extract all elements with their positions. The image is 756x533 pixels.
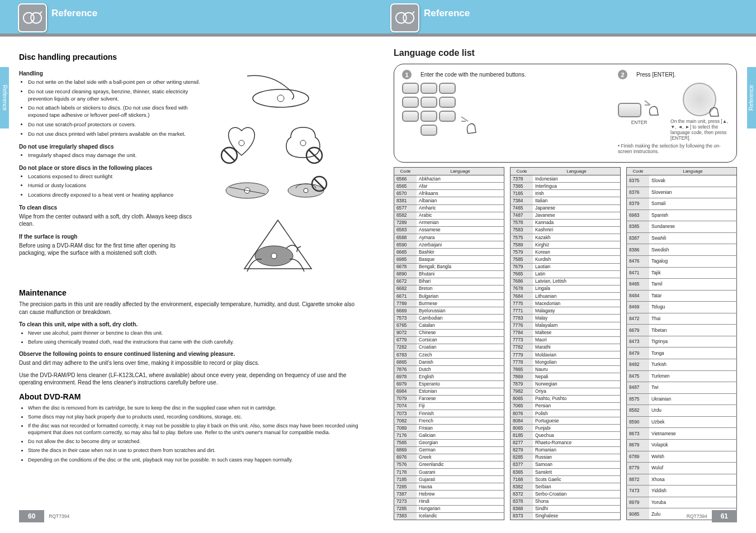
table-row: 7589Kirghiz xyxy=(511,241,621,249)
table-row: 6865Danish xyxy=(394,359,504,366)
table-row: 7678Lingala xyxy=(511,285,621,292)
table-row: 8185Quechua xyxy=(511,432,621,439)
table-row: 7165Irish xyxy=(511,190,621,197)
table-row: 6678Bengali; Bangla xyxy=(394,263,504,270)
number-keypad-icon xyxy=(402,83,455,136)
table-row: 7778Mongolian xyxy=(511,359,621,366)
maint-obs-text: Dust and dirt may adhere to the unit's l… xyxy=(19,359,361,367)
table-row: 8482Turkish xyxy=(627,359,737,371)
table-row: 7178Guarani xyxy=(394,469,504,476)
disc-wipe-direction-icon xyxy=(214,171,342,210)
maint-clean-text: Use the DVD-RAM/PD lens cleaner (LF-K123… xyxy=(19,372,361,387)
page-number-right: 61 xyxy=(712,510,737,522)
table-row: 8476Tagalog xyxy=(627,255,737,267)
svg-point-16 xyxy=(304,188,308,193)
lang-list-title: Language code list xyxy=(394,48,737,58)
list-item: Do not write on the label side with a ba… xyxy=(28,79,204,86)
table-row: 8277Rhaeto-Romance xyxy=(511,439,621,446)
footer-ref-left: RQT7394 xyxy=(49,513,69,519)
table-row: 7487Javanese xyxy=(511,212,621,219)
table-row: 8582Urdu xyxy=(627,405,737,417)
table-row: 6985Basque xyxy=(394,256,504,263)
table-row: 6890Bhutani xyxy=(394,270,504,278)
table-row: 7387Hebrew xyxy=(394,491,504,498)
list-item: Do not attach labels or stickers to disc… xyxy=(28,104,204,119)
table-row: 6566Abkhazian xyxy=(394,175,504,183)
table-row: 7365Interlingua xyxy=(511,183,621,190)
table-row: 8084Portuguese xyxy=(511,417,621,425)
list-item: Depending on the conditions of the disc … xyxy=(28,456,361,463)
svg-point-3 xyxy=(253,89,309,107)
table-row: 6565Afar xyxy=(394,183,504,190)
wipe-disc-cloth-icon xyxy=(214,216,342,277)
table-row: 7575Kazakh xyxy=(511,234,621,241)
step-2-alt-text: On the main unit, press [▲, ▼, ◄, ►] to … xyxy=(670,118,729,141)
list-item: Humid or dusty locations xyxy=(28,182,204,189)
table-row: 7782Marathi xyxy=(511,344,621,351)
table-row: 8487Twi xyxy=(627,382,737,394)
table-row: 8379Somali xyxy=(627,198,737,210)
table-row: 7869Nepali xyxy=(511,373,621,380)
table-row: 8076Polish xyxy=(511,410,621,417)
clean-heading: To clean discs xyxy=(19,204,204,211)
table-row: 8386Swedish xyxy=(627,244,737,256)
list-item: Some discs may not play back properly du… xyxy=(28,413,361,420)
list-item: Before using chemically treated cloth, r… xyxy=(28,339,361,345)
step-panel: 1 Enter the code with the numbered butto… xyxy=(394,64,737,163)
table-row: 8279Romanian xyxy=(511,446,621,454)
table-row: 8285Russian xyxy=(511,454,621,461)
table-row: 8575Ukrainian xyxy=(627,393,737,405)
table-row: 7686Latvian, Lettish xyxy=(511,278,621,285)
list-item: Do not allow the disc to become dirty or… xyxy=(28,438,361,445)
reference-icon xyxy=(18,3,47,32)
table-row: 7176Galician xyxy=(394,432,504,439)
place-heading: Do not place or store discs in the follo… xyxy=(19,165,204,171)
footer-left: 60 RQT7394 xyxy=(0,510,378,522)
table-row: 7573Cambodian xyxy=(394,315,504,322)
table-row: 7465Japanese xyxy=(511,204,621,212)
table-row: 7789Burmese xyxy=(394,300,504,307)
table-row: 7865Nauru xyxy=(511,366,621,373)
svg-point-5 xyxy=(239,140,244,146)
maint-cloth-heading: To clean this unit, wipe with a soft, dr… xyxy=(19,321,361,327)
about-list: When the disc is removed from its cartri… xyxy=(19,404,361,463)
table-row: 7082French xyxy=(394,417,504,425)
table-row: 6979Esperanto xyxy=(394,380,504,388)
table-row: 7473Yiddish xyxy=(627,486,737,497)
irregular-disc-prohibited-icon xyxy=(214,121,342,165)
table-row: 6665Bashkir xyxy=(394,249,504,256)
table-row: 7783Malay xyxy=(511,315,621,322)
table-row: 7378Indonesian xyxy=(511,175,621,183)
table-row: 7074Fiji xyxy=(394,402,504,410)
place-list: Locations exposed to direct sunlight Hum… xyxy=(19,173,204,199)
svg-point-8 xyxy=(300,140,306,146)
table-row: 6978English xyxy=(394,373,504,380)
header-bar-left: Reference xyxy=(0,0,378,34)
list-item: Do not use record cleaning sprays, benzi… xyxy=(28,88,204,103)
table-row: 8365Sanskrit xyxy=(511,469,621,476)
svg-line-10 xyxy=(309,150,320,161)
list-item: If the disc was not recorded or formatte… xyxy=(28,422,361,436)
table-row: 7585Kurdish xyxy=(511,256,621,263)
table-row: 9072Chinese xyxy=(394,329,504,336)
step-2-badge: 2 xyxy=(618,70,627,79)
table-row: 7579Korean xyxy=(511,249,621,256)
table-row: 8979Yoruba xyxy=(627,497,737,508)
table-row: 8472Thai xyxy=(627,313,737,325)
table-row: 7776Malayalam xyxy=(511,322,621,329)
table-row: 6590Azerbaijani xyxy=(394,241,504,249)
table-row: 7185Gujarati xyxy=(394,476,504,483)
about-dvdram-title: About DVD-RAM xyxy=(19,392,361,401)
footer-right: RQT7394 61 xyxy=(378,510,756,522)
table-row: 7289Armenian xyxy=(394,219,504,226)
maintenance-intro: The precision parts in this unit are rea… xyxy=(19,301,361,316)
svg-line-2 xyxy=(40,12,42,14)
list-item: Locations directly exposed to a heat ven… xyxy=(28,192,204,199)
table-row: 7876Dutch xyxy=(394,366,504,373)
table-row: 6672Bihari xyxy=(394,278,504,285)
lang-table-1: CodeLanguage6566Abkhazian6565Afar6570Afr… xyxy=(394,167,504,520)
right-content: Language code list 1 Enter the code with… xyxy=(378,37,756,531)
svg-line-7 xyxy=(224,150,235,161)
table-row: 8484Tatar xyxy=(627,290,737,302)
table-row: 8377Samoan xyxy=(511,461,621,468)
